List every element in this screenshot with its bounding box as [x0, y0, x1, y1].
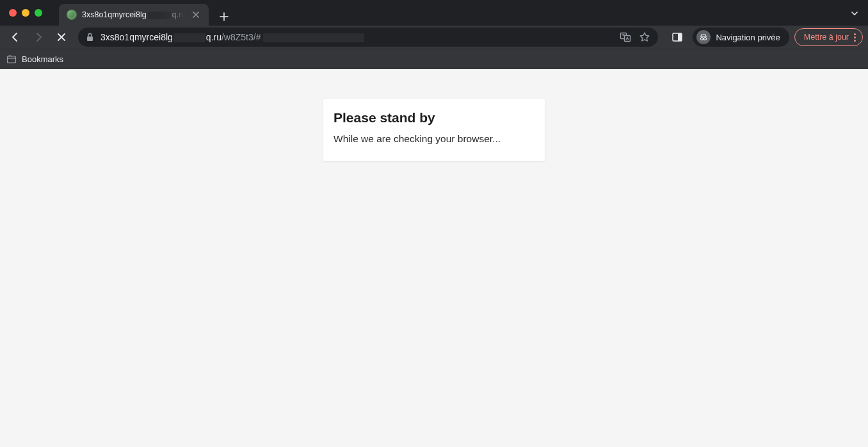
browser-tab-active[interactable]: 3xs8o1qmyrcei8lgq.ru [59, 4, 209, 26]
tab-favicon-icon [67, 10, 77, 20]
svg-point-6 [704, 38, 707, 40]
side-panel-icon[interactable] [667, 27, 687, 47]
standby-subtext: While we are checking your browser... [334, 133, 534, 145]
update-button-label: Mettre à jour [804, 33, 849, 42]
new-tab-button[interactable] [215, 8, 233, 26]
bookmark-star-icon[interactable] [639, 31, 650, 43]
translate-icon[interactable] [620, 31, 631, 43]
window-minimize-button[interactable] [22, 9, 29, 17]
window-close-button[interactable] [9, 9, 17, 17]
svg-rect-2 [625, 36, 631, 42]
browser-titlebar: 3xs8o1qmyrcei8lgq.ru [0, 0, 868, 26]
bookmarks-label[interactable]: Bookmarks [22, 54, 63, 64]
svg-rect-4 [678, 33, 682, 41]
bookmarks-bar: Bookmarks [0, 49, 868, 69]
window-controls [0, 9, 51, 17]
redacted-segment [148, 12, 171, 19]
tab-title: 3xs8o1qmyrcei8lgq.ru [82, 10, 186, 19]
address-bar[interactable]: 3xs8o1qmyrcei8lgq.ru/w8Z5t3/# [78, 28, 658, 47]
page-content: Please stand by While we are checking yo… [0, 69, 868, 447]
window-maximize-button[interactable] [35, 9, 42, 17]
redacted-segment [263, 33, 364, 42]
standby-card: Please stand by While we are checking yo… [323, 99, 545, 161]
svg-rect-0 [87, 37, 93, 41]
nav-stop-button[interactable] [51, 27, 72, 47]
redacted-segment [173, 33, 205, 42]
update-button[interactable]: Mettre à jour [794, 28, 863, 46]
incognito-label: Navigation privée [716, 33, 780, 42]
kebab-menu-icon [854, 33, 856, 42]
standby-heading: Please stand by [334, 110, 534, 126]
nav-back-button[interactable] [5, 27, 26, 47]
tab-close-button[interactable] [191, 10, 201, 20]
browser-toolbar: 3xs8o1qmyrcei8lgq.ru/w8Z5t3/# Navigation… [0, 26, 868, 49]
svg-rect-7 [8, 56, 16, 63]
incognito-icon [696, 30, 711, 44]
nav-forward-button[interactable] [28, 27, 49, 47]
url-text: 3xs8o1qmyrcei8lgq.ru/w8Z5t3/# [100, 32, 364, 42]
bookmarks-folder-icon [6, 54, 17, 65]
tab-list-dropdown-icon[interactable] [850, 9, 859, 18]
lock-icon [86, 33, 94, 42]
incognito-indicator: Navigation privée [693, 28, 789, 47]
svg-point-5 [701, 38, 703, 40]
